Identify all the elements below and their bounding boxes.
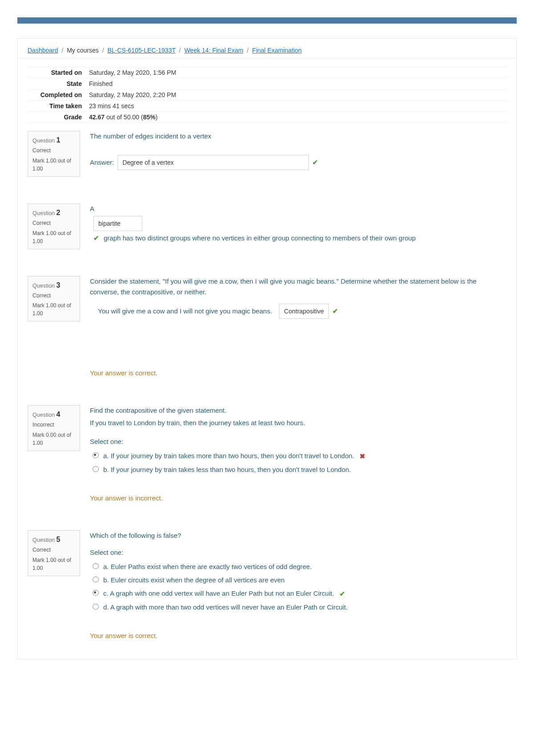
option-b-text: b. Euler circuits exist when the degree … xyxy=(103,575,285,585)
started-value: Saturday, 2 May 2020, 1:56 PM xyxy=(85,67,506,78)
check-icon: ✔ xyxy=(93,233,99,244)
question-mark: Mark 1.00 out of 1.00 xyxy=(32,301,75,317)
check-icon: ✔ xyxy=(340,589,345,599)
completed-label: Completed on xyxy=(28,89,85,101)
radio-option-b[interactable] xyxy=(93,466,99,472)
option-d-text: d. A graph with more than two odd vertic… xyxy=(103,602,348,613)
grade-label: Grade xyxy=(28,112,85,123)
question-mark: Mark 1.00 out of 1.00 xyxy=(32,556,75,572)
started-label: Started on xyxy=(28,67,85,78)
match-item: You will give me a cow and I will not gi… xyxy=(98,306,272,317)
select-label: Select one: xyxy=(90,547,506,558)
breadcrumb-sep: / xyxy=(177,47,182,54)
breadcrumb-dashboard[interactable]: Dashboard xyxy=(28,47,58,54)
radio-option-a[interactable] xyxy=(93,452,99,458)
question-state: Correct xyxy=(32,546,75,554)
state-value: Finished xyxy=(85,78,506,89)
question-state: Incorrect xyxy=(32,421,75,429)
question-text-2: If you travel to London by train, then t… xyxy=(90,418,506,428)
time-label: Time taken xyxy=(28,101,85,112)
breadcrumb-sep: / xyxy=(60,47,65,54)
breadcrumb-sep: / xyxy=(101,47,106,54)
main-panel: Dashboard / My courses / BL-CS-6105-LEC-… xyxy=(17,38,517,659)
question-3: Question 3 Correct Mark 1.00 out of 1.00… xyxy=(28,276,506,378)
radio-option-d[interactable] xyxy=(93,604,99,610)
select-label: Select one: xyxy=(90,436,506,447)
option-a-text: a. If your journey by train takes more t… xyxy=(103,451,365,462)
question-2: Question 2 Correct Mark 1.00 out of 1.00… xyxy=(28,203,506,249)
question-info: Question 2 Correct Mark 1.00 out of 1.00 xyxy=(28,203,80,249)
grade-value: 42.67 out of 50.00 (85%) xyxy=(85,112,506,123)
radio-option-a[interactable] xyxy=(93,563,99,569)
radio-option-c[interactable] xyxy=(93,590,99,596)
time-value: 23 mins 41 secs xyxy=(85,101,506,112)
question-mark: Mark 1.00 out of 1.00 xyxy=(32,229,75,245)
check-icon: ✔ xyxy=(332,306,338,317)
breadcrumb-sep: / xyxy=(245,47,251,54)
cross-icon: ✖ xyxy=(360,451,365,462)
question-info: Question 5 Correct Mark 1.00 out of 1.00 xyxy=(28,530,80,576)
cloze-input[interactable]: bipartite xyxy=(93,216,142,231)
option-c-text: c. A graph with one odd vertex will have… xyxy=(103,588,345,599)
completed-value: Saturday, 2 May 2020, 2:20 PM xyxy=(85,89,506,101)
question-state: Correct xyxy=(32,146,75,155)
option-b-text: b. If your journey by train takes less t… xyxy=(103,464,351,475)
question-5: Question 5 Correct Mark 1.00 out of 1.00… xyxy=(28,530,506,641)
breadcrumb: Dashboard / My courses / BL-CS-6105-LEC-… xyxy=(18,39,516,59)
check-icon: ✔ xyxy=(312,157,318,168)
question-mark: Mark 0.00 out of 1.00 xyxy=(32,431,75,447)
question-text: Consider the statement, "If you will giv… xyxy=(90,276,506,297)
state-label: State xyxy=(28,78,85,89)
question-state: Correct xyxy=(32,219,75,228)
option-a-text: a. Euler Paths exist when there are exac… xyxy=(103,561,312,572)
question-state: Correct xyxy=(32,292,75,300)
breadcrumb-exam[interactable]: Final Examination xyxy=(252,47,302,54)
question-info: Question 4 Incorrect Mark 0.00 out of 1.… xyxy=(28,405,80,451)
breadcrumb-week[interactable]: Week 14: Final Exam xyxy=(184,47,243,54)
radio-option-b[interactable] xyxy=(93,577,99,582)
answer-label: Answer: xyxy=(90,157,114,168)
breadcrumb-mycourses: My courses xyxy=(67,47,99,54)
question-mark: Mark 1.00 out of 1.00 xyxy=(32,157,75,173)
question-info: Question 3 Correct Mark 1.00 out of 1.00 xyxy=(28,276,80,322)
breadcrumb-course[interactable]: BL-CS-6105-LEC-1933T xyxy=(107,47,175,54)
answer-input[interactable]: Degree of a vertex xyxy=(117,155,309,170)
match-select[interactable]: Contrapositive xyxy=(279,304,329,319)
feedback: Your answer is incorrect. xyxy=(90,493,506,504)
cloze-post: graph has two distinct groups where no v… xyxy=(104,233,416,244)
cloze-pre: A xyxy=(90,203,506,214)
question-text: The number of edges incident to a vertex xyxy=(90,131,506,142)
question-4: Question 4 Incorrect Mark 0.00 out of 1.… xyxy=(28,405,506,504)
feedback: Your answer is correct. xyxy=(90,630,506,641)
feedback: Your answer is correct. xyxy=(90,368,506,378)
question-info: Question 1 Correct Mark 1.00 out of 1.00 xyxy=(28,131,80,177)
top-accent-bar xyxy=(17,17,517,24)
question-1: Question 1 Correct Mark 1.00 out of 1.00… xyxy=(28,131,506,177)
summary-table: Started on Saturday, 2 May 2020, 1:56 PM… xyxy=(28,67,506,123)
question-text: Which of the following is false? xyxy=(90,530,506,541)
question-text-1: Find the contrapositive of the given sta… xyxy=(90,405,506,416)
